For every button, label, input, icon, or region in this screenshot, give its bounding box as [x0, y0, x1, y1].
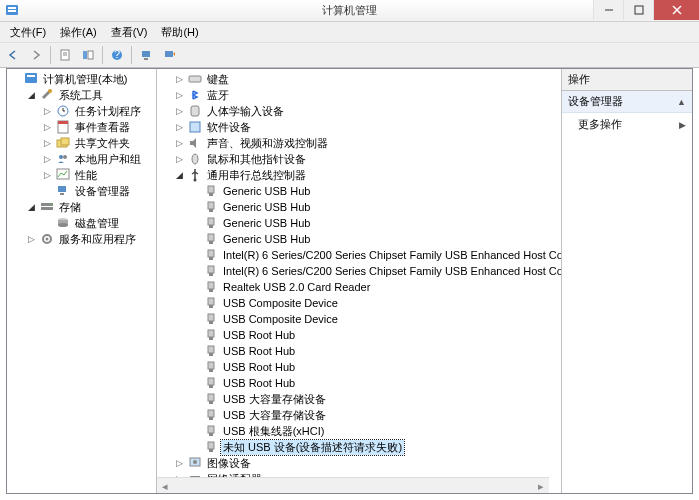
show-hide-button[interactable] [77, 44, 99, 66]
tree-item[interactable]: Generic USB Hub [157, 215, 561, 231]
tree-item[interactable]: USB 大容量存储设备 [157, 407, 561, 423]
svg-rect-11 [88, 51, 93, 59]
expander-none [189, 297, 201, 309]
expander-closed-icon[interactable]: ▷ [173, 137, 185, 149]
expander-closed-icon[interactable]: ▷ [173, 457, 185, 469]
tree-item[interactable]: ▷软件设备 [157, 119, 561, 135]
menu-file[interactable]: 文件(F) [4, 23, 52, 42]
scroll-left-button[interactable]: ◂ [157, 478, 173, 493]
tree-item[interactable]: USB 根集线器(xHCI) [157, 423, 561, 439]
tree-item[interactable]: ▷人体学输入设备 [157, 103, 561, 119]
expander-closed-icon[interactable]: ▷ [41, 169, 53, 181]
tree-item-label: USB Root Hub [221, 361, 297, 373]
tree-item[interactable]: Intel(R) 6 Series/C200 Series Chipset Fa… [157, 247, 561, 263]
tree-item[interactable]: ▷任务计划程序 [7, 103, 156, 119]
svg-point-34 [50, 204, 52, 206]
tree-item[interactable]: ▷蓝牙 [157, 87, 561, 103]
svg-rect-76 [209, 433, 213, 436]
tree-item[interactable]: USB Composite Device [157, 311, 561, 327]
tree-item[interactable]: USB Composite Device [157, 295, 561, 311]
maximize-button[interactable] [623, 0, 653, 20]
usbdev-icon [203, 247, 219, 263]
svg-rect-74 [209, 417, 213, 420]
expander-open-icon[interactable]: ◢ [173, 169, 185, 181]
scroll-right-button[interactable]: ▸ [533, 478, 549, 493]
tree-item[interactable]: USB Root Hub [157, 343, 561, 359]
expander-closed-icon[interactable]: ▷ [25, 233, 37, 245]
expander-closed-icon[interactable]: ▷ [41, 153, 53, 165]
collapse-icon: ▲ [677, 97, 686, 107]
back-button[interactable] [2, 44, 24, 66]
tree-item[interactable]: ◢系统工具 [7, 87, 156, 103]
tree-item[interactable]: USB Root Hub [157, 375, 561, 391]
expander-closed-icon[interactable]: ▷ [41, 137, 53, 149]
tree-item[interactable]: 计算机管理(本地) [7, 71, 156, 87]
tree-item[interactable]: ▷本地用户和组 [7, 151, 156, 167]
tree-item[interactable]: ▷键盘 [157, 71, 561, 87]
properties-button[interactable] [54, 44, 76, 66]
more-actions[interactable]: 更多操作 ▶ [562, 113, 692, 136]
tree-item[interactable]: Generic USB Hub [157, 231, 561, 247]
svg-rect-71 [208, 394, 214, 401]
tree-item[interactable]: Realtek USB 2.0 Card Reader [157, 279, 561, 295]
horizontal-scrollbar[interactable]: ◂ ▸ [157, 477, 549, 493]
tree-item[interactable]: ▷共享文件夹 [7, 135, 156, 151]
usbdev-icon [203, 263, 219, 279]
expander-closed-icon[interactable]: ▷ [173, 121, 185, 133]
svg-rect-72 [209, 401, 213, 404]
expander-closed-icon[interactable]: ▷ [41, 121, 53, 133]
tree-item[interactable]: ▷性能 [7, 167, 156, 183]
svg-rect-75 [208, 426, 214, 433]
svg-rect-10 [83, 51, 87, 59]
expander-closed-icon[interactable]: ▷ [173, 105, 185, 117]
tree-item[interactable]: USB 大容量存储设备 [157, 391, 561, 407]
help-button[interactable]: ? [106, 44, 128, 66]
refresh-button[interactable] [158, 44, 180, 66]
menu-help[interactable]: 帮助(H) [155, 23, 204, 42]
minimize-button[interactable] [593, 0, 623, 20]
close-button[interactable] [653, 0, 699, 20]
usbdev-icon [203, 407, 219, 423]
expander-open-icon[interactable]: ◢ [25, 89, 37, 101]
tree-item[interactable]: ▷声音、视频和游戏控制器 [157, 135, 561, 151]
expander-none [189, 393, 201, 405]
expander-none [189, 185, 201, 197]
tree-item[interactable]: 设备管理器 [7, 183, 156, 199]
tree-item[interactable]: ▷服务和应用程序 [7, 231, 156, 247]
tree-item[interactable]: ◢存储 [7, 199, 156, 215]
tree-item-label: USB Root Hub [221, 377, 297, 389]
actions-section[interactable]: 设备管理器 ▲ [562, 91, 692, 113]
svg-rect-67 [208, 362, 214, 369]
tree-item[interactable]: USB Root Hub [157, 327, 561, 343]
tree-item-label: 键盘 [205, 72, 231, 87]
expander-closed-icon[interactable]: ▷ [173, 89, 185, 101]
expander-closed-icon[interactable]: ▷ [173, 73, 185, 85]
expander-open-icon[interactable]: ◢ [25, 201, 37, 213]
usbdev-icon [203, 183, 219, 199]
svg-rect-40 [189, 76, 201, 82]
svg-rect-16 [165, 51, 173, 57]
tree-item[interactable]: ◢通用串行总线控制器 [157, 167, 561, 183]
svg-rect-47 [208, 202, 214, 209]
expander-closed-icon[interactable]: ▷ [41, 105, 53, 117]
tree-item[interactable]: 磁盘管理 [7, 215, 156, 231]
device-icon [55, 183, 71, 199]
menu-action[interactable]: 操作(A) [54, 23, 103, 42]
left-pane[interactable]: 计算机管理(本地)◢系统工具▷任务计划程序▷事件查看器▷共享文件夹▷本地用户和组… [7, 69, 157, 493]
tree-item[interactable]: ▷图像设备 [157, 455, 561, 471]
scan-button[interactable] [135, 44, 157, 66]
center-pane[interactable]: ▷键盘▷蓝牙▷人体学输入设备▷软件设备▷声音、视频和游戏控制器▷鼠标和其他指针设… [157, 69, 562, 493]
expander-closed-icon[interactable]: ▷ [173, 153, 185, 165]
menu-view[interactable]: 查看(V) [105, 23, 154, 42]
tree-item[interactable]: ▷鼠标和其他指针设备 [157, 151, 561, 167]
tree-item[interactable]: ▷事件查看器 [7, 119, 156, 135]
tree-item-label: USB Root Hub [221, 345, 297, 357]
clock-icon [55, 103, 71, 119]
tree-item[interactable]: USB Root Hub [157, 359, 561, 375]
tree-item[interactable]: Intel(R) 6 Series/C200 Series Chipset Fa… [157, 263, 561, 279]
tree-item[interactable]: 未知 USB 设备(设备描述符请求失败) [157, 439, 561, 455]
forward-button[interactable] [25, 44, 47, 66]
tree-item[interactable]: Generic USB Hub [157, 199, 561, 215]
usbdev-icon [203, 343, 219, 359]
tree-item[interactable]: Generic USB Hub [157, 183, 561, 199]
